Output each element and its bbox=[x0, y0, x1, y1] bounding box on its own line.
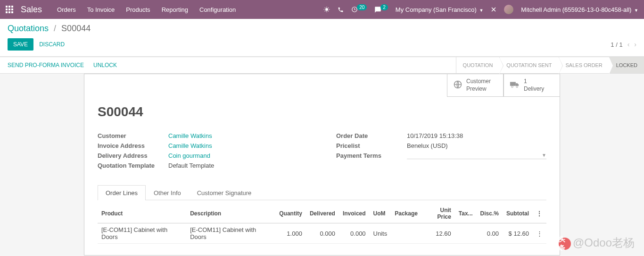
th-uom: UoM bbox=[370, 204, 391, 223]
field-customer[interactable]: Camille Watkins bbox=[168, 132, 212, 139]
nav-orders[interactable]: Orders bbox=[57, 6, 76, 13]
breadcrumb-sep: / bbox=[54, 24, 56, 33]
breadcrumb-root[interactable]: Quotations bbox=[8, 24, 49, 33]
avatar[interactable] bbox=[504, 5, 513, 14]
svg-rect-0 bbox=[6, 6, 8, 8]
left-col: CustomerCamille Watkins Invoice AddressC… bbox=[98, 131, 308, 171]
th-description: Description bbox=[186, 204, 275, 223]
label-order-date: Order Date bbox=[336, 132, 407, 139]
th-delivered: Delivered bbox=[306, 204, 339, 223]
cell-uom: Units bbox=[370, 223, 391, 244]
control-panel: Quotations / S00044 SAVE DISCARD 1 / 1 ‹… bbox=[0, 19, 644, 57]
th-disc: Disc.% bbox=[477, 204, 503, 223]
cell-subtotal: $ 12.60 bbox=[503, 223, 533, 244]
nav-right: 20 2 My Company (San Francisco) ▼ Mitche… bbox=[323, 5, 638, 14]
phone-icon[interactable] bbox=[338, 7, 344, 13]
discard-button[interactable]: DISCARD bbox=[33, 38, 70, 51]
messages-icon[interactable]: 2 bbox=[374, 6, 388, 13]
close-icon[interactable] bbox=[491, 7, 496, 12]
pager-text: 1 / 1 bbox=[611, 41, 622, 48]
field-template: Default Template bbox=[168, 162, 214, 169]
company-selector[interactable]: My Company (San Francisco) ▼ bbox=[396, 6, 484, 13]
debug-icon[interactable] bbox=[323, 6, 330, 13]
field-invoice-addr[interactable]: Camille Watkins bbox=[168, 142, 212, 149]
caret-down-icon: ▼ bbox=[634, 8, 638, 13]
field-payment-terms[interactable]: ▼ bbox=[407, 152, 546, 159]
tabs: Order Lines Other Info Customer Signatur… bbox=[98, 185, 546, 200]
tab-customer-signature[interactable]: Customer Signature bbox=[189, 185, 260, 200]
svg-rect-6 bbox=[6, 11, 8, 13]
unlock-button[interactable]: UNLOCK bbox=[93, 62, 117, 68]
nav-reporting[interactable]: Reporting bbox=[162, 6, 188, 13]
nav-to-invoice[interactable]: To Invoice bbox=[87, 6, 115, 13]
send-proforma-button[interactable]: SEND PRO-FORMA INVOICE bbox=[8, 62, 84, 68]
label-customer: Customer bbox=[98, 132, 168, 139]
label-payment-terms: Payment Terms bbox=[336, 152, 407, 159]
delivery-button[interactable]: 1Delivery bbox=[504, 74, 560, 97]
form-sheet: CustomerPreview 1Delivery S00044 Custome… bbox=[84, 74, 560, 256]
svg-point-13 bbox=[512, 85, 513, 87]
cell-package bbox=[391, 223, 421, 244]
user-menu[interactable]: Mitchell Admin (655926-13-0-80c458-all) … bbox=[521, 6, 638, 13]
status-row: SEND PRO-FORMA INVOICE UNLOCK QUOTATION … bbox=[0, 57, 644, 74]
cell-disc: 0.00 bbox=[477, 223, 503, 244]
top-nav: Sales Orders To Invoice Products Reporti… bbox=[0, 0, 644, 19]
status-quotation[interactable]: QUOTATION bbox=[456, 57, 500, 73]
cell-taxes bbox=[455, 223, 477, 244]
field-delivery-addr[interactable]: Coin gourmand bbox=[168, 152, 210, 159]
order-title: S00044 bbox=[98, 104, 546, 119]
table-row[interactable]: [E-COM11] Cabinet with Doors [E-COM11] C… bbox=[98, 223, 546, 244]
label-template: Quotation Template bbox=[98, 162, 168, 169]
tab-other-info[interactable]: Other Info bbox=[146, 185, 189, 200]
th-quantity: Quantity bbox=[275, 204, 306, 223]
th-kebab-icon[interactable]: ⋮ bbox=[533, 204, 546, 223]
pager: 1 / 1 ‹ › bbox=[611, 41, 636, 48]
right-col: Order Date10/17/2019 15:13:38 PricelistB… bbox=[336, 131, 546, 171]
pager-prev-icon[interactable]: ‹ bbox=[627, 41, 630, 48]
activity-badge: 20 bbox=[357, 4, 367, 10]
tab-order-lines[interactable]: Order Lines bbox=[98, 185, 146, 200]
sheet-bg: CustomerPreview 1Delivery S00044 Custome… bbox=[0, 74, 644, 256]
cell-quantity: 1.000 bbox=[275, 223, 306, 244]
svg-rect-8 bbox=[11, 11, 13, 13]
activity-icon[interactable]: 20 bbox=[351, 6, 367, 13]
svg-rect-1 bbox=[8, 6, 10, 8]
nav-menu: Orders To Invoice Products Reporting Con… bbox=[57, 6, 323, 13]
status-quotation-sent[interactable]: QUOTATION SENT bbox=[499, 57, 558, 73]
order-lines-table: Product Description Quantity Delivered I… bbox=[98, 204, 546, 244]
th-invoiced: Invoiced bbox=[339, 204, 370, 223]
status-sales-order[interactable]: SALES ORDER bbox=[559, 57, 609, 73]
nav-products[interactable]: Products bbox=[126, 6, 150, 13]
breadcrumb-current: S00044 bbox=[61, 24, 91, 33]
actions-row: SAVE DISCARD 1 / 1 ‹ › bbox=[8, 34, 636, 56]
svg-rect-3 bbox=[6, 9, 8, 10]
row-kebab-icon[interactable]: ⋮ bbox=[533, 223, 546, 244]
caret-down-icon: ▼ bbox=[479, 8, 483, 13]
nav-configuration[interactable]: Configuration bbox=[199, 6, 236, 13]
breadcrumb: Quotations / S00044 bbox=[8, 24, 636, 34]
th-product: Product bbox=[98, 204, 186, 223]
save-button[interactable]: SAVE bbox=[8, 38, 33, 51]
svg-rect-7 bbox=[8, 11, 10, 13]
svg-rect-2 bbox=[11, 6, 13, 8]
truck-icon bbox=[510, 80, 520, 91]
label-delivery-addr: Delivery Address bbox=[98, 152, 168, 159]
apps-icon[interactable] bbox=[6, 6, 13, 13]
app-title[interactable]: Sales bbox=[21, 5, 42, 15]
status-bar: QUOTATION QUOTATION SENT SALES ORDER LOC… bbox=[456, 57, 644, 73]
status-locked[interactable]: LOCKED bbox=[609, 57, 644, 73]
field-pricelist: Benelux (USD) bbox=[407, 142, 448, 149]
svg-point-9 bbox=[325, 8, 328, 11]
th-subtotal: Subtotal bbox=[503, 204, 533, 223]
pager-next-icon[interactable]: › bbox=[634, 41, 636, 48]
label-pricelist: Pricelist bbox=[336, 142, 407, 149]
label-invoice-addr: Invoice Address bbox=[98, 142, 168, 149]
cell-unit-price: 12.60 bbox=[421, 223, 455, 244]
caret-down-icon: ▼ bbox=[542, 153, 546, 158]
customer-preview-button[interactable]: CustomerPreview bbox=[447, 74, 504, 97]
cell-description: [E-COM11] Cabinet with Doors bbox=[186, 223, 275, 244]
field-order-date: 10/17/2019 15:13:38 bbox=[407, 132, 463, 139]
sheet-content: S00044 CustomerCamille Watkins Invoice A… bbox=[84, 74, 560, 255]
globe-icon bbox=[453, 80, 462, 91]
fields: CustomerCamille Watkins Invoice AddressC… bbox=[98, 131, 546, 171]
